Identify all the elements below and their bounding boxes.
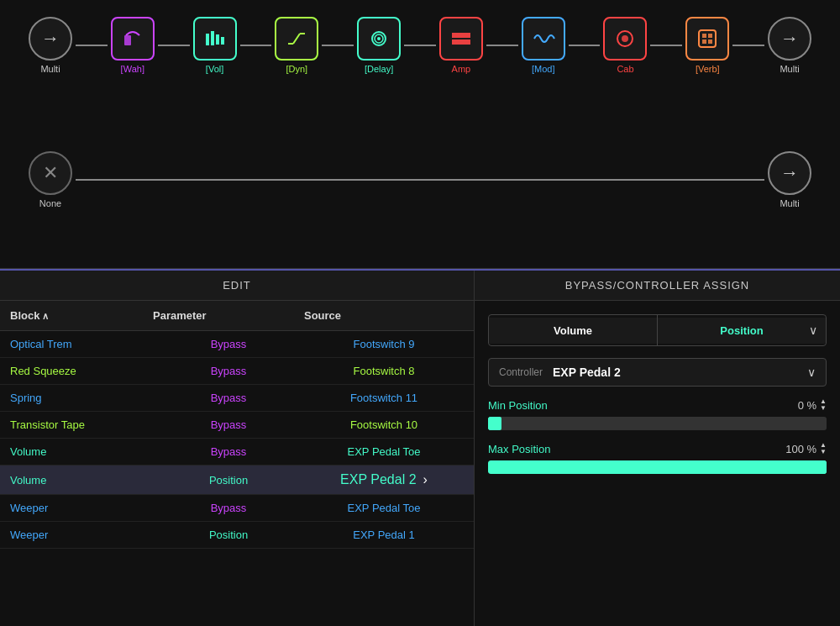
node-amp[interactable]: Amp xyxy=(436,17,486,74)
tab-position[interactable]: Position xyxy=(658,318,826,344)
svg-rect-0 xyxy=(124,35,131,45)
param-tabs: Volume Position ∨ xyxy=(488,314,827,346)
svg-rect-17 xyxy=(708,34,712,38)
svg-rect-12 xyxy=(452,39,470,45)
table-row[interactable]: Transistor Tape Bypass Footswitch 10 xyxy=(0,412,474,439)
node-dyn[interactable]: [Dyn] xyxy=(271,17,322,74)
svg-point-10 xyxy=(377,37,381,40)
node-none[interactable]: ✕ None xyxy=(25,151,76,208)
svg-rect-1 xyxy=(206,34,209,45)
max-position-label: Max Position xyxy=(488,443,550,455)
node-multi-end-2[interactable]: → Multi xyxy=(764,151,815,208)
controller-body: Volume Position ∨ Controller EXP Pedal 2… xyxy=(475,301,840,487)
chain-line xyxy=(650,45,682,46)
col-source: Source xyxy=(304,309,464,322)
svg-rect-4 xyxy=(221,37,224,45)
max-position-fill xyxy=(488,460,827,474)
edit-title: EDIT xyxy=(0,271,474,301)
table-row[interactable]: Spring Bypass Footswitch 11 xyxy=(0,385,474,412)
bottom-panel: EDIT Block Parameter Source Optical Trem… xyxy=(0,269,840,626)
node-multi-start[interactable]: → Multi xyxy=(25,17,76,74)
node-cab[interactable]: Cab xyxy=(600,17,650,74)
chain-line xyxy=(158,45,190,46)
tab-volume[interactable]: Volume xyxy=(489,318,657,344)
table-row-selected[interactable]: Volume Position EXP Pedal 2 › xyxy=(0,466,474,495)
edit-section: EDIT Block Parameter Source Optical Trem… xyxy=(0,271,475,626)
table-row[interactable]: Optical Trem Bypass Footswitch 9 xyxy=(0,331,474,358)
controller-label: Controller xyxy=(499,366,543,378)
max-position-handle[interactable] xyxy=(813,460,827,474)
node-verb[interactable]: [Verb] xyxy=(682,17,732,74)
min-position-value: 0 % ▲▼ xyxy=(798,398,827,412)
min-position-stepper[interactable]: ▲▼ xyxy=(820,398,827,412)
chain-row-2: ✕ None → Multi xyxy=(0,151,840,208)
col-parameter: Parameter xyxy=(153,309,304,322)
chain-line xyxy=(404,45,436,46)
chain-line-2 xyxy=(76,179,764,181)
node-mod[interactable]: [Mod] xyxy=(518,17,569,74)
chain-line xyxy=(76,45,108,46)
controller-section: BYPASS/CONTROLLER ASSIGN Volume Position… xyxy=(475,271,840,626)
max-position-value: 100 % ▲▼ xyxy=(785,442,827,455)
svg-rect-11 xyxy=(452,33,470,38)
svg-rect-16 xyxy=(702,34,706,38)
controller-dropdown-arrow[interactable]: ∨ xyxy=(807,366,816,379)
chain-line xyxy=(732,45,764,46)
controller-title: BYPASS/CONTROLLER ASSIGN xyxy=(475,271,840,301)
min-position-label: Min Position xyxy=(488,399,548,412)
table-body: Optical Trem Bypass Footswitch 9 Red Squ… xyxy=(0,331,474,626)
chain-line xyxy=(569,45,601,46)
min-position-handle[interactable] xyxy=(488,417,501,430)
min-position-label-row: Min Position 0 % ▲▼ xyxy=(488,398,827,412)
svg-rect-15 xyxy=(699,30,716,47)
tabs-dropdown-arrow[interactable]: ∨ xyxy=(809,324,817,337)
node-delay[interactable]: [Delay] xyxy=(354,17,404,74)
svg-point-14 xyxy=(622,35,628,42)
svg-rect-18 xyxy=(702,39,706,44)
svg-line-6 xyxy=(293,34,300,44)
svg-rect-3 xyxy=(216,34,219,45)
svg-rect-2 xyxy=(211,31,214,45)
chain-line xyxy=(486,45,518,46)
controller-value: EXP Pedal 2 xyxy=(553,366,807,379)
node-multi-end[interactable]: → Multi xyxy=(764,17,815,74)
chain-row-1: → Multi [Wah] xyxy=(0,17,840,74)
chain-line xyxy=(240,45,272,46)
table-row[interactable]: Red Squeeze Bypass Footswitch 8 xyxy=(0,358,474,385)
col-block[interactable]: Block xyxy=(10,309,153,322)
max-position-label-row: Max Position 100 % ▲▼ xyxy=(488,442,827,455)
controller-row[interactable]: Controller EXP Pedal 2 ∨ xyxy=(488,358,827,387)
chain-line xyxy=(322,45,354,46)
node-vol[interactable]: [Vol] xyxy=(190,17,240,74)
max-position-row: Max Position 100 % ▲▼ xyxy=(488,442,827,474)
node-wah[interactable]: [Wah] xyxy=(108,17,158,74)
max-position-stepper[interactable]: ▲▼ xyxy=(820,442,827,455)
svg-rect-19 xyxy=(708,39,712,44)
table-row[interactable]: Weeper Position EXP Pedal 1 xyxy=(0,522,474,549)
table-row[interactable]: Weeper Bypass EXP Pedal Toe xyxy=(0,495,474,522)
table-row[interactable]: Volume Bypass EXP Pedal Toe xyxy=(0,439,474,466)
max-position-track[interactable] xyxy=(488,460,827,474)
signal-chain-area: → Multi [Wah] xyxy=(0,0,840,269)
min-position-track[interactable] xyxy=(488,417,827,430)
table-header: Block Parameter Source xyxy=(0,301,474,331)
min-position-row: Min Position 0 % ▲▼ xyxy=(488,398,827,430)
row-arrow-right: › xyxy=(423,472,428,487)
